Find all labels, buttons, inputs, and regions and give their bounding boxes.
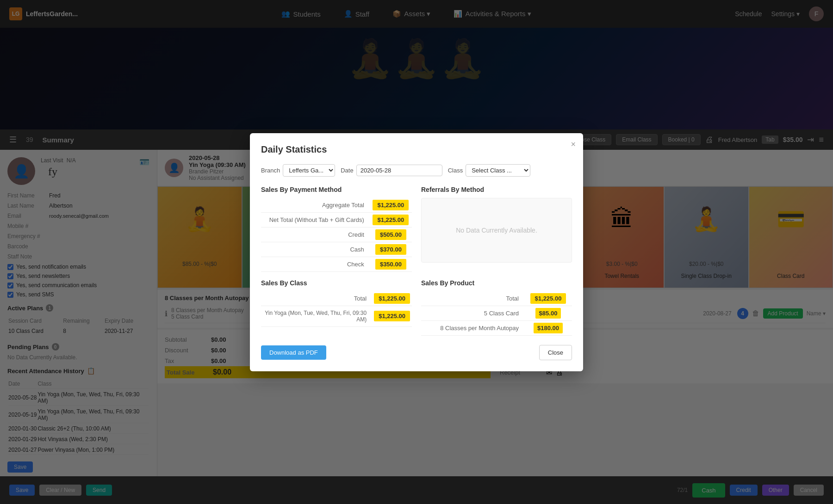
branch-filter-label: Branch <box>261 167 280 174</box>
class-row-0: Total $1,225.00 <box>261 291 412 306</box>
payment-row-4: Check $350.00 <box>261 257 412 271</box>
referrals-title: Referrals By Method <box>421 186 572 193</box>
payment-table: Aggregate Total $1,225.00 Net Total (Wit… <box>261 198 412 272</box>
sales-by-class-section: Sales By Class Total $1,225.00 Yin Yoga … <box>261 279 412 336</box>
product-row-0: Total $1,225.00 <box>421 291 572 306</box>
aggregate-label: Aggregate Total <box>261 198 370 213</box>
cash-value: $370.00 <box>370 242 412 257</box>
class-row-1: Yin Yoga (Mon, Tue, Wed, Thu, Fri, 09:30… <box>261 306 412 326</box>
date-filter-label: Date <box>341 167 353 174</box>
autopay-value: $180.00 <box>524 320 572 335</box>
branch-select[interactable]: Lefferts Ga... <box>283 164 335 177</box>
net-total-value: $1,225.00 <box>370 212 412 227</box>
download-pdf-btn[interactable]: Download as PDF <box>261 345 326 360</box>
modal-footer: Download as PDF Close <box>261 345 572 360</box>
class-total-value: $1,225.00 <box>372 291 412 306</box>
modal-filters: Branch Lefferts Ga... Date Class Select … <box>261 164 572 177</box>
payment-row-2: Credit $505.00 <box>261 227 412 242</box>
net-total-label: Net Total (Without Tab + Gift Cards) <box>261 212 370 227</box>
product-row-2: 8 Classes per Month Autopay $180.00 <box>421 320 572 335</box>
branch-filter: Branch Lefferts Ga... <box>261 164 335 177</box>
product-row-1: 5 Class Card $85.00 <box>421 306 572 320</box>
product-table: Total $1,225.00 5 Class Card $85.00 8 Cl… <box>421 291 572 336</box>
referrals-section: Referrals By Method No Data Currently Av… <box>421 186 572 272</box>
date-input[interactable] <box>356 165 442 176</box>
check-value: $350.00 <box>370 257 412 271</box>
yin-yoga-value: $1,225.00 <box>372 306 412 326</box>
payment-row-1: Net Total (Without Tab + Gift Cards) $1,… <box>261 212 412 227</box>
product-total-label: Total <box>421 291 524 306</box>
modal-title: Daily Statistics <box>261 144 572 155</box>
aggregate-value: $1,225.00 <box>370 198 412 213</box>
credit-label: Credit <box>261 227 370 242</box>
date-filter: Date <box>341 165 442 176</box>
class-table: Total $1,225.00 Yin Yoga (Mon, Tue, Wed,… <box>261 291 412 327</box>
modal-bottom-sections: Sales By Class Total $1,225.00 Yin Yoga … <box>261 279 572 336</box>
autopay-label: 8 Classes per Month Autopay <box>421 320 524 335</box>
sales-by-class-title: Sales By Class <box>261 279 412 287</box>
class-filter: Class Select Class ... <box>448 164 531 177</box>
sales-by-payment-section: Sales By Payment Method Aggregate Total … <box>261 186 412 272</box>
class-filter-label: Class <box>448 167 463 174</box>
yin-yoga-label: Yin Yoga (Mon, Tue, Wed, Thu, Fri, 09:30… <box>261 306 372 326</box>
modal-overlay: Daily Statistics × Branch Lefferts Ga...… <box>0 0 833 504</box>
sales-by-product-title: Sales By Product <box>421 279 572 287</box>
five-class-label: 5 Class Card <box>421 306 524 320</box>
referrals-no-data: No Data Currently Available. <box>421 198 572 263</box>
product-total-value: $1,225.00 <box>524 291 572 306</box>
sales-by-product-section: Sales By Product Total $1,225.00 5 Class… <box>421 279 572 336</box>
daily-statistics-modal: Daily Statistics × Branch Lefferts Ga...… <box>250 133 583 371</box>
payment-row-0: Aggregate Total $1,225.00 <box>261 198 412 213</box>
payment-row-3: Cash $370.00 <box>261 242 412 257</box>
modal-close-bottom-btn[interactable]: Close <box>539 345 572 360</box>
class-select[interactable]: Select Class ... <box>466 164 530 177</box>
cash-label: Cash <box>261 242 370 257</box>
five-class-value: $85.00 <box>524 306 572 320</box>
modal-top-sections: Sales By Payment Method Aggregate Total … <box>261 186 572 272</box>
modal-close-btn[interactable]: × <box>571 140 576 149</box>
check-label: Check <box>261 257 370 271</box>
class-total-label: Total <box>261 291 372 306</box>
credit-value: $505.00 <box>370 227 412 242</box>
sales-by-payment-title: Sales By Payment Method <box>261 186 412 193</box>
